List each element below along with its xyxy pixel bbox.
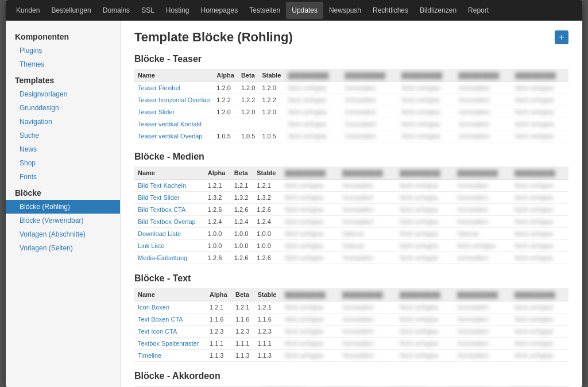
top-nav-item-homepages[interactable]: Homepages xyxy=(195,2,244,19)
sidebar-item-suche[interactable]: Suche xyxy=(6,129,120,142)
row-cell-2: 1.1.1 xyxy=(232,338,254,350)
row-name-link[interactable]: Text Boxen CTA xyxy=(134,314,206,326)
row-cell-3 xyxy=(258,118,284,130)
row-name-link[interactable]: Link Liste xyxy=(134,240,204,252)
row-cell-blurred-4: Nicht verfügbar xyxy=(281,326,339,338)
sidebar-item-vorlagen-seiten-[interactable]: Vorlagen (Seiten) xyxy=(6,241,120,255)
row-cell-blurred-5: Optional xyxy=(339,240,396,252)
top-nav-item-updates[interactable]: Updates xyxy=(286,2,323,19)
row-cell-blurred-4: Nicht verfügbar xyxy=(284,118,341,130)
row-name-link[interactable]: Bild Textbox Overlap xyxy=(134,216,204,228)
row-name-link[interactable]: Teaser vertikal Kontakt xyxy=(134,118,213,130)
row-cell-blurred-4: Nicht verfügbar xyxy=(284,106,341,118)
top-nav-item-rechtliches[interactable]: Rechtliches xyxy=(367,2,414,19)
row-cell-blurred-6: Nicht verfügbar xyxy=(396,301,454,314)
row-name-link[interactable]: Teaser Slider xyxy=(134,106,213,118)
sidebar-item-designvorlagen[interactable]: Designvorlagen xyxy=(6,87,120,101)
row-cell-blurred-4: Nicht verfügbar xyxy=(284,130,341,142)
sidebar-item-vorlagen-abschnitte-[interactable]: Vorlagen (Abschnitte) xyxy=(6,227,120,241)
row-cell-blurred-7: Vorinstalliert xyxy=(454,252,511,264)
row-cell-blurred-6: Nicht verfügbar xyxy=(396,350,454,362)
row-cell-2: 1.2.6 xyxy=(231,252,253,264)
col-header-6: ██████████ xyxy=(396,167,454,180)
top-nav-item-bestellungen[interactable]: Bestellungen xyxy=(45,2,96,19)
row-name-link[interactable]: Bild Text Slider xyxy=(134,192,204,204)
row-cell-blurred-7: Vorinstalliert xyxy=(455,82,512,94)
row-cell-blurred-8: Nicht verfügbar xyxy=(512,118,568,130)
col-header-7: ██████████ xyxy=(454,288,511,301)
page-action-button[interactable]: + xyxy=(555,30,568,44)
top-nav-item-ssl[interactable]: SSL xyxy=(136,2,160,19)
row-cell-blurred-7: Vorinstalliert xyxy=(454,204,511,216)
sidebar-item-navigation[interactable]: Navigation xyxy=(6,115,120,129)
row-cell-blurred-4: Nicht verfügbar xyxy=(281,240,339,252)
row-cell-blurred-7: Vorinstalliert xyxy=(454,180,511,192)
row-cell-blurred-8: Nicht verfügbar xyxy=(511,338,568,350)
table-row: Teaser Slider1.2.01.2.01.2.0Nicht verfüg… xyxy=(134,106,568,118)
row-cell-blurred-4: Nicht verfügbar xyxy=(281,301,339,314)
section-title-2: Blöcke - Text xyxy=(134,273,568,284)
row-cell-blurred-7: Vorinstalliert xyxy=(455,94,512,106)
row-cell-blurred-4: Nicht verfügbar xyxy=(281,350,339,362)
row-cell-blurred-7: Vorinstalliert xyxy=(455,130,512,142)
top-nav-item-bildlizenzen[interactable]: Bildlizenzen xyxy=(414,2,462,19)
sidebar-item-shop[interactable]: Shop xyxy=(6,156,120,170)
row-cell-blurred-5: Optional xyxy=(339,228,396,240)
row-cell-blurred-8: Nicht verfügbar xyxy=(511,228,568,240)
row-cell-2: 1.0.0 xyxy=(231,240,253,252)
sidebar-item-news[interactable]: News xyxy=(6,142,120,156)
sidebar-item-themes[interactable]: Themes xyxy=(6,57,120,71)
row-name-link[interactable]: Download Liste xyxy=(134,228,204,240)
row-cell-2: 1.2.2 xyxy=(238,94,258,106)
data-table-0: NameAlphaBetaStable█████████████████████… xyxy=(134,69,568,142)
sidebar-item-fonts[interactable]: Fonts xyxy=(6,170,120,184)
row-name-link[interactable]: Teaser horizontal Overlap xyxy=(134,94,213,106)
col-header-4: ██████████ xyxy=(284,69,341,82)
col-header-5: ██████████ xyxy=(339,288,396,301)
row-name-link[interactable]: Bild Text Kacheln xyxy=(134,180,204,192)
row-cell-3: 1.1.1 xyxy=(254,338,281,350)
col-header-8: ██████████ xyxy=(511,288,568,301)
row-cell-blurred-6: Nicht verfügbar xyxy=(398,118,455,130)
row-cell-1: 1.2.1 xyxy=(204,180,231,192)
row-name-link[interactable]: Textbox Spaltenraster xyxy=(134,338,206,350)
row-name-link[interactable]: Text Icon CTA xyxy=(134,326,206,338)
top-nav-item-report[interactable]: Report xyxy=(462,2,494,19)
row-name-link[interactable]: Teaser vertikal Overlap xyxy=(134,130,213,142)
table-row: Text Boxen CTA1.1.61.1.61.1.6Nicht verfü… xyxy=(134,314,568,326)
table-row: Media-Einbettung1.2.61.2.61.2.6Nicht ver… xyxy=(134,252,568,264)
row-cell-2: 1.1.3 xyxy=(232,350,254,362)
top-nav-item-hosting[interactable]: Hosting xyxy=(160,2,195,19)
table-row: Teaser Flexibel1.2.01.2.01.2.0Nicht verf… xyxy=(134,82,568,94)
row-name-link[interactable]: Icon Boxen xyxy=(134,301,206,314)
top-nav-item-newspush[interactable]: Newspush xyxy=(323,2,367,19)
col-header-8: ██████████ xyxy=(512,69,568,82)
row-cell-1: 1.2.1 xyxy=(206,301,232,314)
row-cell-2: 1.2.6 xyxy=(231,204,253,216)
row-cell-2: 1.3.2 xyxy=(231,192,253,204)
row-cell-2: 1.2.1 xyxy=(232,301,254,314)
row-cell-blurred-4: Nicht verfügbar xyxy=(281,252,339,264)
row-name-link[interactable]: Teaser Flexibel xyxy=(134,82,213,94)
col-header-1: Alpha xyxy=(204,167,231,180)
sidebar-item-plugins[interactable]: Plugins xyxy=(6,44,120,57)
row-name-link[interactable]: Timeline xyxy=(134,350,206,362)
row-cell-blurred-7: Nicht verfügbar xyxy=(454,240,511,252)
top-nav-item-kunden[interactable]: Kunden xyxy=(10,2,45,19)
row-cell-1: 1.0.0 xyxy=(204,228,231,240)
top-nav-item-domains[interactable]: Domains xyxy=(97,2,136,19)
section-title-1: Blöcke - Medien xyxy=(134,152,568,162)
section-title-3: Blöcke - Akkordeon xyxy=(134,371,568,381)
row-cell-blurred-8: Nicht verfügbar xyxy=(512,94,568,106)
row-cell-blurred-6: Nicht verfügbar xyxy=(396,252,454,264)
row-name-link[interactable]: Bild Textbox CTA xyxy=(134,204,204,216)
top-nav-item-testseiten[interactable]: Testseiten xyxy=(243,2,286,19)
row-cell-1: 1.2.6 xyxy=(204,204,231,216)
sidebar-item-blöcke-verwendbar-[interactable]: Blöcke (Verwendbar) xyxy=(6,214,120,227)
row-cell-blurred-8: Nicht verfügbar xyxy=(511,252,568,264)
row-name-link[interactable]: Media-Einbettung xyxy=(134,252,204,264)
row-cell-blurred-7: Vorinstalliert xyxy=(454,216,511,228)
sidebar-item-blöcke-rohling-[interactable]: Blöcke (Rohling) xyxy=(6,200,120,214)
sidebar-item-grunddesign[interactable]: Grunddesign xyxy=(6,101,120,115)
row-cell-blurred-4: Nicht verfügbar xyxy=(281,192,339,204)
